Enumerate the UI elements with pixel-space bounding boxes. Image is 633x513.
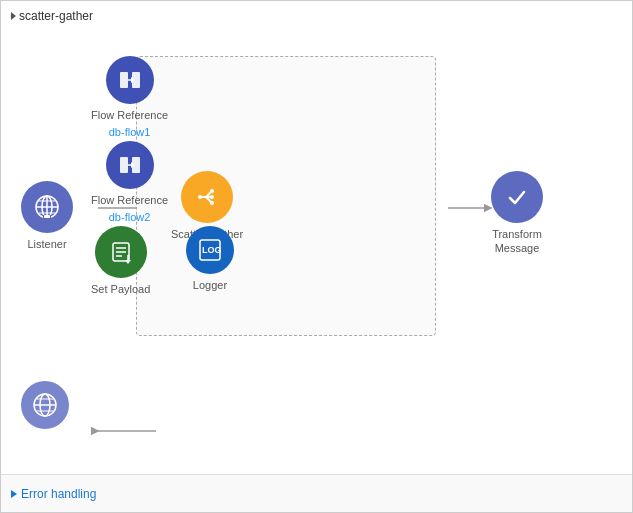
svg-point-25: [210, 201, 214, 205]
flow-ref2-icon: [106, 141, 154, 189]
svg-point-24: [210, 195, 214, 199]
svg-marker-39: [125, 260, 131, 264]
error-handling-label: Error handling: [21, 487, 96, 501]
listener-label: Listener: [27, 237, 66, 251]
set-payload-node[interactable]: Set Payload: [91, 226, 150, 296]
transform-node[interactable]: Transform Message: [491, 171, 543, 256]
set-payload-icon: [95, 226, 147, 278]
error-handling-bar[interactable]: Error handling: [1, 474, 632, 512]
flow-ref1-icon: [106, 56, 154, 104]
flow-ref2-node[interactable]: Flow Reference db-flow2: [91, 141, 168, 223]
error-icon: [21, 381, 69, 429]
transform-label: Transform Message: [492, 227, 542, 256]
header-label: scatter-gather: [19, 9, 93, 23]
logger-label: Logger: [193, 278, 227, 292]
svg-text:LOG: LOG: [202, 245, 222, 255]
svg-point-22: [198, 195, 202, 199]
flow-ref1-sublabel: db-flow1: [109, 126, 151, 138]
logger-node[interactable]: LOG Logger: [186, 226, 234, 292]
logger-icon: LOG: [186, 226, 234, 274]
error-node[interactable]: [21, 381, 69, 429]
svg-rect-26: [120, 72, 128, 88]
svg-point-23: [210, 189, 214, 193]
flow-ref1-label: Flow Reference: [91, 108, 168, 122]
set-payload-label: Set Payload: [91, 282, 150, 296]
scatter-gather-header: scatter-gather: [11, 9, 93, 23]
svg-rect-30: [120, 157, 128, 173]
flow-ref2-label: Flow Reference: [91, 193, 168, 207]
scatter-gather-icon: [181, 171, 233, 223]
main-container: scatter-gather: [0, 0, 633, 513]
flow-canvas: Listener Scatter-Gather: [1, 26, 632, 472]
error-handling-expand-icon: [11, 490, 17, 498]
svg-rect-16: [44, 215, 50, 218]
transform-icon: [491, 171, 543, 223]
flow-ref1-node[interactable]: Flow Reference db-flow1: [91, 56, 168, 138]
listener-icon: [21, 181, 73, 233]
flow-ref2-sublabel: db-flow2: [109, 211, 151, 223]
listener-node[interactable]: Listener: [21, 181, 73, 251]
collapse-icon[interactable]: [11, 12, 16, 20]
